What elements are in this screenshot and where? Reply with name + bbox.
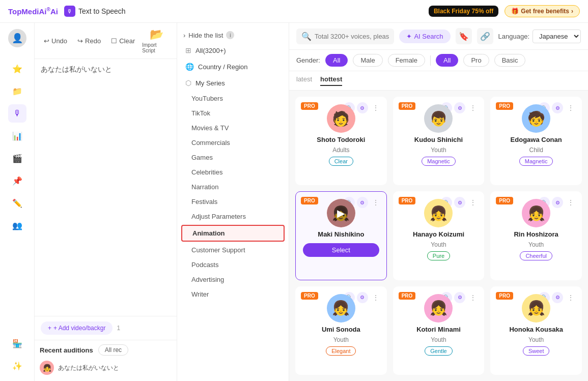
product-icon: 🎙 [64, 6, 75, 17]
settings-action-icon[interactable]: ⚙ [552, 197, 563, 208]
settings-action-icon[interactable]: ⚙ [357, 197, 368, 208]
more-action-icon[interactable]: ⋮ [370, 197, 381, 208]
voice-card-2[interactable]: PRO 🔍 ⚙ ⋮ 👦 Kudou Shinichi Youth Magneti… [393, 97, 485, 185]
nav-icon-video[interactable]: 🎬 [8, 149, 26, 167]
all-recent-button[interactable]: All rec [98, 344, 128, 356]
nav-icon-store[interactable]: 🏪 [8, 334, 26, 353]
language-selector: Language: Japanese English Chinese [498, 30, 581, 43]
type-basic-button[interactable]: Basic [494, 54, 526, 67]
settings-action-icon[interactable]: ⚙ [454, 102, 465, 113]
undo-icon: ↩ [44, 37, 49, 45]
search-input[interactable] [315, 33, 389, 40]
undo-button[interactable]: ↩ Undo [41, 35, 70, 47]
subcategory-movies-tv[interactable]: Movies & TV [177, 121, 289, 135]
import-script-button[interactable]: 📂 Import Script [142, 28, 171, 53]
subcategory-podcasts[interactable]: Podcasts [177, 257, 289, 272]
subcategory-festivals[interactable]: Festivals [177, 194, 289, 209]
voice-avatar: 👦 [424, 104, 453, 133]
more-action-icon[interactable]: ⋮ [370, 292, 381, 303]
redo-icon: ↪ [77, 37, 83, 45]
tab-latest[interactable]: latest [296, 75, 312, 86]
voice-card-3[interactable]: PRO 🔍 ⚙ ⋮ 🧒 Edogawa Conan Child Magnetic [490, 97, 582, 185]
gender-male-button[interactable]: Male [353, 54, 382, 67]
plus-icon: + [48, 325, 51, 332]
ai-search-button[interactable]: ✦ AI Search [399, 30, 450, 43]
voice-age: Youth [431, 241, 446, 248]
subcategory-commercials[interactable]: Commercials [177, 135, 289, 150]
link-button[interactable]: 🔗 [477, 28, 493, 44]
subcategory-celebrities[interactable]: Celebrities [177, 165, 289, 180]
nav-icon-chart[interactable]: 📊 [8, 127, 26, 145]
more-action-icon[interactable]: ⋮ [565, 197, 576, 208]
voice-card-7[interactable]: PRO 🔍 ⚙ ⋮ 👧 Umi Sonoda Youth Elegant [295, 286, 387, 375]
type-pro-button[interactable]: Pro [463, 54, 489, 67]
more-action-icon[interactable]: ⋮ [467, 292, 479, 303]
type-all-button[interactable]: All [436, 54, 458, 67]
voice-card-6[interactable]: PRO 🔍 ⚙ ⋮ 👧 Rin Hoshizora Youth Cheerful [490, 191, 582, 280]
more-action-icon[interactable]: ⋮ [565, 102, 576, 113]
redo-button[interactable]: ↪ Redo [74, 35, 104, 47]
subcategory-youtubers[interactable]: YouTubers [177, 91, 289, 106]
subcategory-writer[interactable]: Writer [177, 287, 289, 302]
subcategory-narration[interactable]: Narration [177, 180, 289, 194]
tab-hottest[interactable]: hottest [320, 75, 342, 86]
voice-age: Youth [431, 336, 446, 343]
clear-button[interactable]: ☐ Clear [108, 35, 138, 47]
select-button[interactable]: Select [303, 243, 379, 257]
nav-icon-sparkle[interactable]: ✨ [8, 357, 26, 375]
voice-tag: Clear [329, 157, 353, 166]
voice-card-8[interactable]: PRO 🔍 ⚙ ⋮ 👧 Kotori Minami Youth Gentle [393, 286, 485, 375]
voice-card-4[interactable]: PRO 🔍 ⚙ ⋮ ▶ 👧 Maki Nishikino Select [295, 191, 387, 280]
nav-icon-people[interactable]: 👥 [8, 216, 26, 235]
gender-female-button[interactable]: Female [388, 54, 425, 67]
category-sidebar: › Hide the list i ⊞ All(3200+) 🌐 Country… [177, 23, 289, 381]
nav-icon-mic[interactable]: 🎙 [8, 104, 26, 123]
settings-action-icon[interactable]: ⚙ [552, 102, 563, 113]
category-country[interactable]: 🌐 Country / Region [177, 58, 289, 75]
voice-avatar: 👧 [424, 199, 453, 227]
hide-list-button[interactable]: › Hide the list i [177, 28, 289, 42]
settings-action-icon[interactable]: ⚙ [454, 197, 465, 208]
info-icon[interactable]: i [226, 31, 234, 39]
category-myseries[interactable]: ⬡ My Series [177, 75, 289, 91]
more-action-icon[interactable]: ⋮ [565, 292, 576, 303]
gender-all-button[interactable]: All [325, 54, 348, 67]
play-overlay: ▶ [327, 199, 355, 227]
language-select[interactable]: Japanese English Chinese [533, 30, 581, 43]
category-all[interactable]: ⊞ All(3200+) [177, 42, 289, 58]
settings-action-icon[interactable]: ⚙ [552, 292, 563, 303]
globe-icon: 🌐 [185, 63, 194, 71]
subcategory-adjust-parameters[interactable]: Adjust Parameters [177, 209, 289, 224]
nav-icon-star[interactable]: ⭐ [8, 60, 26, 78]
voice-card-9[interactable]: PRO 🔍 ⚙ ⋮ 👧 Honoka Kousaka Youth Sweet [490, 286, 582, 375]
voice-name: Honoka Kousaka [509, 326, 563, 333]
subcategory-tiktok[interactable]: TikTok [177, 106, 289, 121]
category-all-label: All(3200+) [195, 47, 226, 54]
voice-panel: › Hide the list i ⊞ All(3200+) 🌐 Country… [177, 23, 588, 381]
more-action-icon[interactable]: ⋮ [467, 197, 479, 208]
more-action-icon[interactable]: ⋮ [467, 102, 479, 113]
settings-action-icon[interactable]: ⚙ [454, 292, 465, 303]
editor-text-area[interactable]: あなたは私がいないと [35, 59, 177, 316]
subcategory-customer-support[interactable]: Customer Support [177, 243, 289, 257]
add-video-button[interactable]: + + Add video/backgr [41, 321, 113, 335]
black-friday-badge[interactable]: Black Friday 75% off [429, 6, 498, 17]
voice-card-1[interactable]: PRO 🔍 ⚙ ⋮ 🧑 Shoto Todoroki Adults Clear [295, 97, 387, 185]
subcategory-animation[interactable]: Animation [181, 225, 285, 242]
voice-card-5[interactable]: PRO 🔍 ⚙ ⋮ 👧 Hanayo Koizumi Youth Pure [393, 191, 485, 280]
settings-action-icon[interactable]: ⚙ [357, 102, 368, 113]
voice-age: Youth [333, 336, 349, 343]
subcategory-games[interactable]: Games [177, 150, 289, 165]
free-benefits-button[interactable]: 🎁 Get free benefits › [505, 5, 580, 17]
settings-action-icon[interactable]: ⚙ [357, 292, 368, 303]
pro-badge: PRO [399, 292, 416, 300]
avatar[interactable]: 👤 [8, 29, 26, 47]
nav-icon-pencil[interactable]: ✏️ [8, 194, 26, 212]
voice-age: Youth [431, 146, 446, 154]
voice-avatar: 👧 [522, 294, 550, 323]
more-action-icon[interactable]: ⋮ [370, 102, 381, 113]
bookmark-button[interactable]: 🔖 [456, 28, 472, 44]
subcategory-advertising[interactable]: Advertising [177, 272, 289, 287]
nav-icon-folder[interactable]: 📁 [8, 82, 26, 100]
nav-icon-pin[interactable]: 📌 [8, 171, 26, 190]
